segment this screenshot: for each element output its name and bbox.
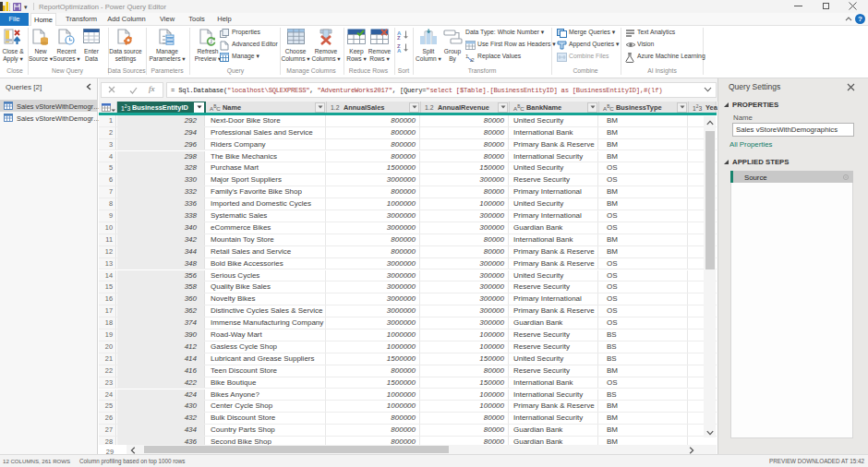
svg-text:2: 2	[471, 57, 475, 62]
svg-text:A: A	[397, 48, 402, 54]
svg-text:Z: Z	[397, 35, 401, 41]
